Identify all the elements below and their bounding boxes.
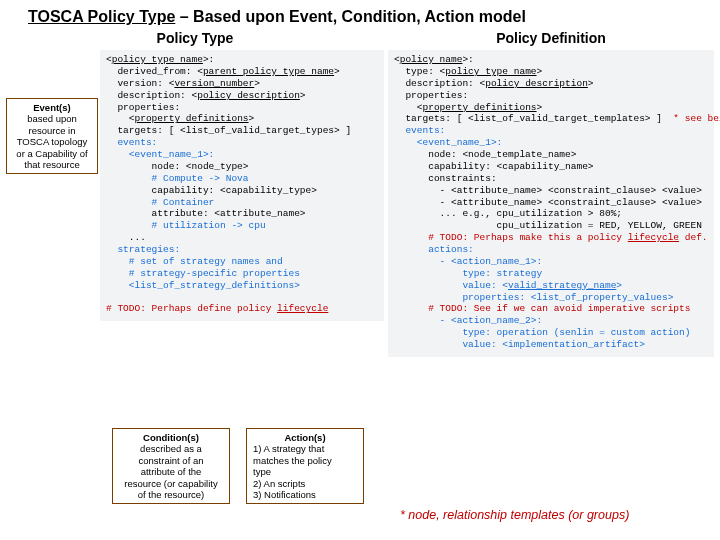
events-callout-heading: Event(s) [11, 102, 93, 113]
policy-definition-code: <policy name>: type: <policy type name> … [388, 50, 714, 357]
policy-definition-header: Policy Definition [388, 30, 714, 46]
events-callout-body: based upon resource in TOSCA topology or… [11, 113, 93, 170]
columns: Policy Type <policy type name>: derived_… [0, 30, 720, 357]
title-underline: TOSCA Policy Type [28, 8, 175, 25]
footnote: * node, relationship templates (or group… [400, 508, 629, 522]
policy-type-column: Policy Type <policy type name>: derived_… [6, 30, 384, 357]
policy-type-header: Policy Type [6, 30, 384, 46]
conditions-callout-heading: Condition(s) [117, 432, 225, 443]
actions-callout: Action(s) 1) A strategy that matches the… [246, 428, 364, 504]
policy-definition-column: Policy Definition <policy name>: type: <… [388, 30, 714, 357]
actions-callout-heading: Action(s) [251, 432, 359, 443]
page-title: TOSCA Policy Type – Based upon Event, Co… [0, 0, 720, 30]
title-rest: – Based upon Event, Condition, Action mo… [175, 8, 526, 25]
policy-type-code: <policy type name>: derived_from: <paren… [100, 50, 384, 321]
conditions-callout: Condition(s) described as a constraint o… [112, 428, 230, 504]
actions-callout-body: 1) A strategy that matches the policy ty… [251, 443, 359, 500]
events-callout: Event(s) based upon resource in TOSCA to… [6, 98, 98, 174]
conditions-callout-body: described as a constraint of an attribut… [117, 443, 225, 500]
